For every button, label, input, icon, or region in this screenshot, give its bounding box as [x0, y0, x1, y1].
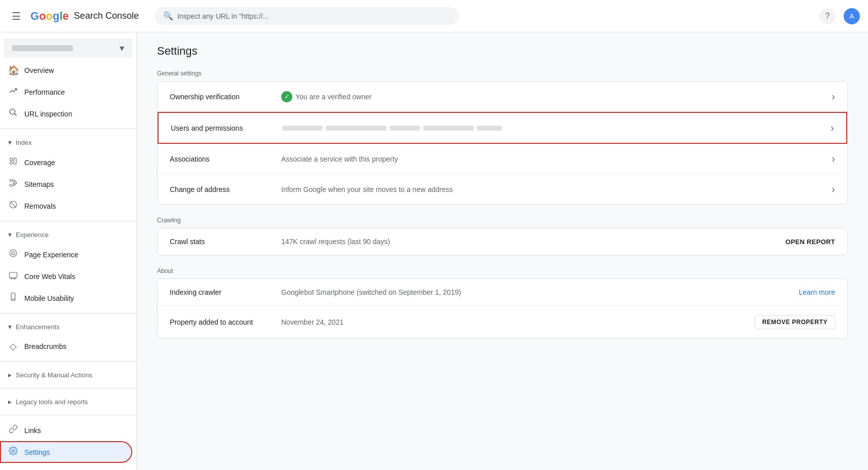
learn-more-link[interactable]: Learn more	[799, 288, 835, 296]
change-address-value: Inform Google when your site moves to a …	[281, 185, 832, 193]
indexing-crawler-row: Indexing crawler Googlebot Smartphone (s…	[158, 279, 847, 306]
remove-property-button[interactable]: REMOVE PROPERTY	[754, 315, 835, 329]
svg-line-13	[11, 202, 16, 208]
associations-value: Associate a service with this property	[281, 155, 832, 163]
sidebar-divider-4	[0, 361, 136, 362]
svg-point-15	[12, 252, 15, 255]
associations-row[interactable]: Associations Associate a service with th…	[158, 144, 847, 174]
chevron-right-icon: ›	[832, 183, 835, 195]
crawl-stats-value: 147K crawl requests (last 90 days)	[281, 238, 785, 246]
page-title: Settings	[157, 45, 848, 58]
users-permissions-value	[282, 126, 831, 131]
sidebar-section-legacy[interactable]: ▸ Legacy tools and reports	[0, 393, 136, 411]
sidebar-item-label: Overview	[24, 66, 54, 74]
check-circle-icon: ✓	[281, 91, 292, 102]
svg-rect-4	[14, 158, 17, 164]
avatar[interactable]: A	[844, 8, 860, 24]
mobile-icon	[8, 292, 18, 304]
sidebar-item-breadcrumbs[interactable]: ◇ Breadcrumbs	[0, 336, 132, 357]
sidebar-item-mobile-usability[interactable]: Mobile Usability	[0, 287, 132, 309]
chevron-icon: ▸	[8, 398, 12, 406]
breadcrumbs-icon: ◇	[8, 341, 18, 352]
crawl-stats-row[interactable]: Crawl stats 147K crawl requests (last 90…	[158, 228, 847, 255]
sidebar-item-removals[interactable]: Removals	[0, 195, 132, 217]
sidebar-section-index[interactable]: ▾ Index	[0, 133, 136, 151]
indexing-crawler-value: Googlebot Smartphone (switched on Septem…	[281, 288, 799, 296]
indexing-crawler-label: Indexing crawler	[170, 288, 281, 296]
svg-rect-5	[10, 179, 13, 181]
sidebar-divider	[0, 129, 136, 129]
chevron-icon: ▾	[8, 230, 12, 239]
logo-area: Google Search Console	[30, 10, 139, 23]
sidebar-section-enhancements[interactable]: ▾ Enhancements	[0, 318, 136, 336]
sidebar-section-experience[interactable]: ▾ Experience	[0, 225, 136, 244]
property-added-label: Property added to account	[170, 318, 281, 326]
section-label-enhancements: Enhancements	[16, 323, 60, 331]
sidebar-divider-3	[0, 313, 136, 314]
about-card: Indexing crawler Googlebot Smartphone (s…	[157, 279, 848, 339]
sidebar-item-label: Performance	[24, 88, 65, 96]
crawling-label: Crawling	[157, 217, 848, 224]
sidebar-item-label: Removals	[24, 202, 56, 210]
sidebar-item-label: Links	[24, 426, 41, 435]
ownership-label: Ownership verification	[170, 93, 281, 101]
content-area: Settings General settings Ownership veri…	[137, 32, 868, 470]
logo-g: G	[30, 10, 39, 22]
app-name: Search Console	[74, 11, 139, 21]
ownership-value: ✓ You are a verified owner	[281, 91, 832, 102]
page-experience-icon	[8, 249, 18, 260]
menu-icon[interactable]: ☰	[8, 10, 24, 22]
change-address-row[interactable]: Change of address Inform Google when you…	[158, 174, 847, 204]
svg-rect-20	[11, 293, 15, 301]
sidebar-item-page-experience[interactable]: Page Experience	[0, 244, 132, 265]
general-settings-label: General settings	[157, 70, 848, 77]
section-label-legacy: Legacy tools and reports	[16, 398, 88, 406]
chevron-right-icon: ›	[832, 91, 835, 102]
logo-o2: o	[46, 10, 53, 22]
sidebar-item-performance[interactable]: Performance	[0, 81, 132, 103]
chevron-right-icon: ›	[832, 153, 835, 165]
sidebar-item-label: Sitemaps	[24, 180, 54, 188]
sidebar-item-url-inspection[interactable]: URL inspection	[0, 103, 132, 125]
chevron-right-icon: ›	[831, 122, 834, 134]
sidebar-item-sitemaps[interactable]: Sitemaps	[0, 173, 132, 195]
home-icon: 🏠	[8, 65, 18, 76]
sidebar-item-core-web-vitals[interactable]: Core Web Vitals	[0, 265, 132, 287]
links-icon	[8, 424, 18, 436]
logo-o1: o	[39, 10, 46, 22]
sidebar-item-overview[interactable]: 🏠 Overview	[0, 60, 132, 81]
users-permissions-row[interactable]: Users and permissions ›	[158, 112, 847, 144]
sidebar-divider-6	[0, 415, 136, 415]
ownership-verification-row[interactable]: Ownership verification ✓ You are a verif…	[158, 82, 847, 112]
svg-rect-3	[10, 162, 13, 165]
property-added-row: Property added to account November 24, 2…	[158, 306, 847, 338]
sidebar-item-links[interactable]: Links	[0, 419, 132, 441]
section-label-index: Index	[16, 139, 32, 146]
chevron-icon: ▾	[8, 138, 12, 146]
settings-icon	[8, 446, 18, 458]
svg-rect-7	[14, 182, 17, 184]
sidebar-item-label: Coverage	[24, 159, 55, 167]
chevron-icon: ▾	[8, 323, 12, 331]
coverage-icon	[8, 156, 18, 168]
sidebar-item-settings[interactable]: Settings	[0, 441, 132, 463]
sidebar-item-label: Page Experience	[24, 251, 79, 259]
search-icon	[8, 108, 18, 120]
general-settings-card: Ownership verification ✓ You are a verif…	[157, 81, 848, 205]
search-bar[interactable]: 🔍 Inspect any URL in "https://...	[155, 7, 459, 25]
sitemaps-icon	[8, 178, 18, 190]
property-selector-text	[12, 45, 73, 51]
sidebar-item-coverage[interactable]: Coverage	[0, 151, 132, 173]
sidebar-section-security[interactable]: ▸ Security & Manual Actions	[0, 366, 136, 384]
property-selector[interactable]: ▾	[4, 38, 132, 58]
main-layout: ▾ 🏠 Overview Performance URL inspection …	[0, 32, 868, 470]
performance-icon	[8, 86, 18, 98]
svg-rect-16	[10, 272, 17, 278]
svg-line-1	[15, 114, 17, 116]
help-icon[interactable]: ?	[819, 8, 836, 24]
logo-g2: g	[53, 10, 59, 22]
about-label: About	[157, 267, 848, 275]
open-report-button[interactable]: OPEN REPORT	[785, 238, 835, 246]
sidebar: ▾ 🏠 Overview Performance URL inspection …	[0, 32, 137, 470]
chevron-down-icon: ▾	[120, 43, 124, 54]
